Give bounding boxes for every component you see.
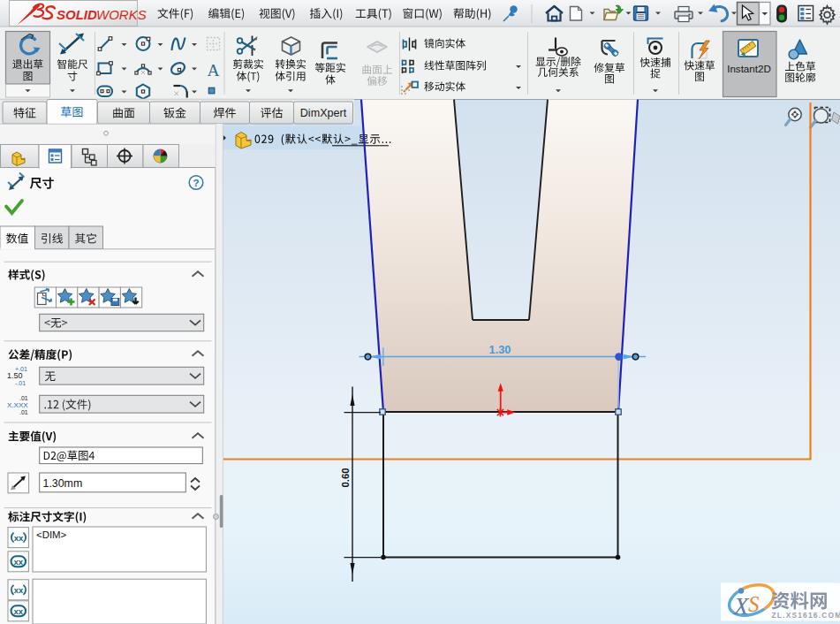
svg-text:Instant2D: Instant2D [727, 63, 771, 74]
svg-text:1.30mm: 1.30mm [43, 477, 83, 490]
svg-text:WORKS: WORKS [96, 7, 147, 22]
svg-text:1.50: 1.50 [7, 371, 23, 380]
svg-text:xx: xx [14, 533, 24, 543]
svg-text:-.01: -.01 [15, 380, 26, 386]
svg-text:ZL.XS1616.COM: ZL.XS1616.COM [772, 611, 840, 620]
svg-text:xx: xx [13, 606, 23, 616]
svg-text:xx: xx [13, 557, 23, 567]
svg-text:SOLID: SOLID [57, 7, 97, 22]
svg-text:A: A [207, 61, 219, 80]
svg-text:DimXpert: DimXpert [300, 107, 347, 119]
svg-text:xx: xx [14, 585, 24, 595]
svg-text:<DIM>: <DIM> [36, 529, 67, 540]
svg-text:0.60: 0.60 [340, 468, 351, 488]
svg-text:.01: .01 [19, 409, 28, 415]
svg-text:S: S [748, 592, 760, 616]
svg-text:1.30: 1.30 [489, 343, 511, 356]
svg-text:?: ? [193, 178, 199, 188]
svg-text:.01: .01 [19, 395, 28, 401]
